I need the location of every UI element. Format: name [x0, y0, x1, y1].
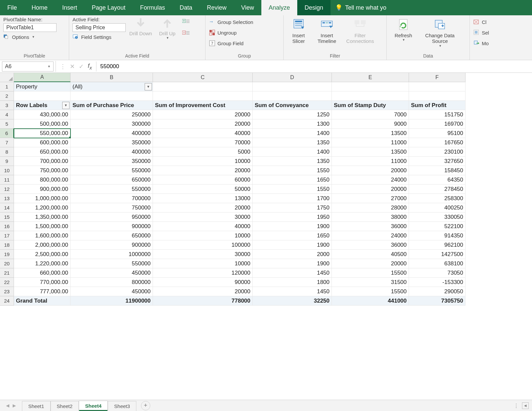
tab-file[interactable]: File — [0, 0, 24, 15]
pivot-col-header[interactable]: Sum of Improvement Cost — [153, 101, 253, 110]
clear-button[interactable]: Cl — [473, 18, 486, 26]
pivot-row-label[interactable]: 550,000.00 — [14, 129, 70, 138]
col-header-e[interactable]: E — [332, 73, 409, 82]
group-field-button[interactable]: 7 Group Field — [209, 39, 243, 47]
pivot-value[interactable]: 36000 — [332, 240, 409, 250]
cell[interactable] — [332, 91, 409, 101]
group-selection-button[interactable]: → Group Selection — [209, 18, 253, 26]
sheet-options-icon[interactable]: ⋮ — [510, 403, 522, 409]
pivot-value[interactable]: 290050 — [409, 287, 466, 296]
pivot-value[interactable]: 10000 — [153, 231, 253, 240]
pivot-page-value[interactable]: (All)▼ — [70, 82, 153, 91]
pivot-value[interactable]: 70000 — [153, 138, 253, 147]
select-all-corner[interactable] — [0, 73, 14, 82]
pivot-col-header[interactable]: Sum of Purchase Price — [70, 101, 153, 110]
col-header-c[interactable]: C — [153, 73, 253, 82]
pivot-value[interactable]: 30000 — [153, 250, 253, 259]
pivot-value[interactable]: 400000 — [70, 129, 153, 138]
pivot-value[interactable]: 28000 — [332, 203, 409, 212]
sheet-nav-next[interactable]: ▶ — [13, 403, 16, 408]
pivot-value[interactable]: 95100 — [409, 129, 466, 138]
sheet-tab-sheet4[interactable]: Sheet4 — [79, 401, 108, 411]
row-header[interactable]: 19 — [0, 250, 14, 259]
pivot-value[interactable]: 327650 — [409, 157, 466, 166]
row-labels-header[interactable]: Row Labels▼ — [14, 101, 70, 110]
pivot-value[interactable]: 522100 — [409, 222, 466, 231]
fx-icon[interactable]: fx — [88, 63, 92, 70]
pivot-value[interactable]: 64350 — [409, 175, 466, 185]
pivot-value[interactable]: 900000 — [70, 222, 153, 231]
col-header-f[interactable]: F — [409, 73, 466, 82]
pivot-value[interactable]: 1350 — [253, 157, 332, 166]
cell[interactable] — [70, 91, 153, 101]
sheet-nav-prev[interactable]: ◀ — [6, 403, 9, 408]
tab-review[interactable]: Review — [200, 0, 234, 15]
pivot-value[interactable]: 300000 — [70, 119, 153, 129]
enter-icon[interactable]: ✓ — [79, 63, 84, 70]
grand-total-value[interactable]: 11900000 — [70, 296, 153, 306]
pivot-row-label[interactable]: 650,000.00 — [14, 147, 70, 157]
pivot-value[interactable]: 450000 — [70, 287, 153, 296]
pivot-row-label[interactable]: 2,000,000.00 — [14, 240, 70, 250]
cell[interactable] — [409, 82, 466, 91]
pivot-value[interactable]: 1300 — [253, 119, 332, 129]
row-header[interactable]: 6 — [0, 129, 14, 138]
pivot-value[interactable]: 1400 — [253, 129, 332, 138]
row-header[interactable]: 21 — [0, 268, 14, 278]
pivot-row-label[interactable]: 500,000.00 — [14, 119, 70, 129]
pivot-col-header[interactable]: Sum of Stamp Duty — [332, 101, 409, 110]
pivot-row-label[interactable]: 777,000.00 — [14, 287, 70, 296]
filter-dropdown-icon[interactable]: ▼ — [62, 102, 69, 109]
pivot-row-label[interactable]: 2,500,000.00 — [14, 250, 70, 259]
row-header[interactable]: 7 — [0, 138, 14, 147]
pivot-value[interactable]: 400000 — [70, 147, 153, 157]
pivot-row-label[interactable]: 800,000.00 — [14, 175, 70, 185]
pivot-value[interactable]: 1650 — [253, 231, 332, 240]
pivot-value[interactable]: 20000 — [153, 110, 253, 119]
refresh-button[interactable]: Refresh ▼ — [390, 19, 417, 43]
hscroll-left[interactable]: ◀ — [522, 402, 529, 409]
row-header[interactable]: 11 — [0, 175, 14, 185]
pivot-value[interactable]: 900000 — [70, 240, 153, 250]
pivot-col-header[interactable]: Sum of Profit — [409, 101, 466, 110]
pivot-value[interactable]: 1000000 — [70, 250, 153, 259]
pivot-col-header[interactable]: Sum of Conveyance — [253, 101, 332, 110]
pivot-value[interactable]: 1550 — [253, 166, 332, 175]
pivot-row-label[interactable]: 700,000.00 — [14, 157, 70, 166]
row-header[interactable]: 12 — [0, 185, 14, 194]
row-header[interactable]: 10 — [0, 166, 14, 175]
pivot-value[interactable]: 1427500 — [409, 250, 466, 259]
pivot-value[interactable]: -153300 — [409, 278, 466, 287]
pivot-value[interactable]: 1450 — [253, 287, 332, 296]
select-button[interactable]: Sel — [473, 29, 489, 37]
cell[interactable] — [253, 82, 332, 91]
pivot-value[interactable]: 1350 — [253, 138, 332, 147]
pivot-value[interactable]: 350000 — [70, 138, 153, 147]
pivot-value[interactable]: 1650 — [253, 175, 332, 185]
row-header[interactable]: 24 — [0, 296, 14, 306]
row-header[interactable]: 3 — [0, 101, 14, 110]
formula-input[interactable] — [96, 62, 532, 71]
tab-design[interactable]: Design — [297, 0, 331, 15]
pivot-value[interactable]: 15500 — [332, 268, 409, 278]
pivot-value[interactable]: 15500 — [332, 287, 409, 296]
pivot-value[interactable]: 7000 — [332, 110, 409, 119]
row-header[interactable]: 15 — [0, 212, 14, 222]
pivot-value[interactable]: 1700 — [253, 194, 332, 203]
expand-field-icon[interactable]: + — [182, 19, 190, 24]
pivot-value[interactable]: 1550 — [253, 185, 332, 194]
row-header[interactable]: 8 — [0, 147, 14, 157]
row-header[interactable]: 14 — [0, 203, 14, 212]
pivot-value[interactable]: 10000 — [153, 259, 253, 268]
pivot-row-label[interactable]: 1,500,000.00 — [14, 222, 70, 231]
tab-page-layout[interactable]: Page Layout — [84, 0, 133, 15]
move-button[interactable]: Mo — [473, 39, 489, 47]
pivot-value[interactable]: 20000 — [332, 259, 409, 268]
pivot-value[interactable]: 20000 — [153, 119, 253, 129]
active-field-input[interactable]: Selling Price — [72, 23, 126, 32]
pivot-value[interactable]: 450000 — [70, 268, 153, 278]
grand-total-value[interactable]: 441000 — [332, 296, 409, 306]
cancel-icon[interactable]: ✕ — [70, 63, 75, 70]
grand-total-value[interactable]: 32250 — [253, 296, 332, 306]
pivot-value[interactable]: 11000 — [332, 157, 409, 166]
